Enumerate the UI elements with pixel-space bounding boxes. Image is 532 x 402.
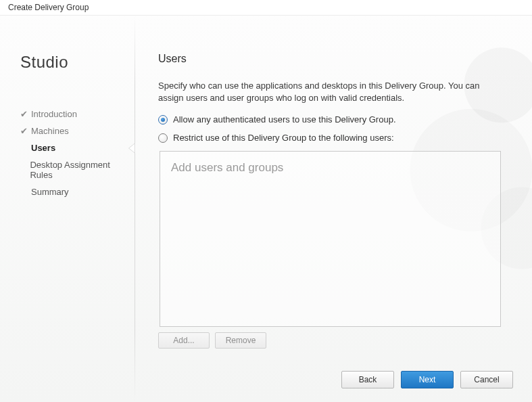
radio-icon bbox=[158, 133, 168, 143]
step-label: Desktop Assignment Rules bbox=[30, 160, 123, 180]
radio-label: Allow any authenticated users to use thi… bbox=[173, 114, 396, 125]
step-users[interactable]: ✔ Users bbox=[20, 139, 123, 156]
listbox-placeholder: Add users and groups bbox=[171, 161, 489, 175]
wizard-steps: ✔ Introduction ✔ Machines ✔ Users ✔ Desk… bbox=[20, 106, 123, 200]
step-label: Users bbox=[31, 143, 55, 153]
step-desktop-assignment-rules[interactable]: ✔ Desktop Assignment Rules bbox=[20, 156, 123, 183]
users-listbox[interactable]: Add users and groups bbox=[160, 151, 501, 327]
step-label: Introduction bbox=[31, 109, 77, 119]
cancel-button[interactable]: Cancel bbox=[460, 371, 513, 388]
step-label: Machines bbox=[31, 126, 69, 136]
radio-icon bbox=[158, 115, 168, 125]
list-actions: Add... Remove bbox=[158, 332, 509, 349]
radio-allow-any[interactable]: Allow any authenticated users to use thi… bbox=[158, 114, 509, 125]
step-machines[interactable]: ✔ Machines bbox=[20, 122, 123, 139]
wizard-window: Create Delivery Group Studio ✔ Introduct… bbox=[0, 0, 532, 402]
page-heading: Users bbox=[158, 53, 509, 65]
wizard-sidebar: Studio ✔ Introduction ✔ Machines ✔ Users… bbox=[0, 16, 135, 402]
radio-label: Restrict use of this Delivery Group to t… bbox=[173, 133, 394, 143]
radio-restrict[interactable]: Restrict use of this Delivery Group to t… bbox=[158, 133, 509, 143]
step-summary[interactable]: ✔ Summary bbox=[20, 183, 123, 200]
check-icon: ✔ bbox=[20, 109, 30, 119]
brand-title: Studio bbox=[20, 53, 123, 72]
wizard-main: Users Specify who can use the applicatio… bbox=[135, 16, 532, 402]
add-button[interactable]: Add... bbox=[158, 332, 210, 349]
step-label: Summary bbox=[31, 187, 69, 197]
back-button[interactable]: Back bbox=[341, 371, 394, 388]
next-button[interactable]: Next bbox=[401, 371, 454, 388]
wizard-footer: Back Next Cancel bbox=[341, 371, 513, 388]
page-description: Specify who can use the applications and… bbox=[158, 80, 503, 104]
window-title: Create Delivery Group bbox=[0, 0, 532, 16]
check-icon: ✔ bbox=[20, 126, 30, 136]
step-introduction[interactable]: ✔ Introduction bbox=[20, 106, 123, 122]
remove-button[interactable]: Remove bbox=[215, 332, 266, 349]
wizard-body: Studio ✔ Introduction ✔ Machines ✔ Users… bbox=[0, 16, 532, 402]
